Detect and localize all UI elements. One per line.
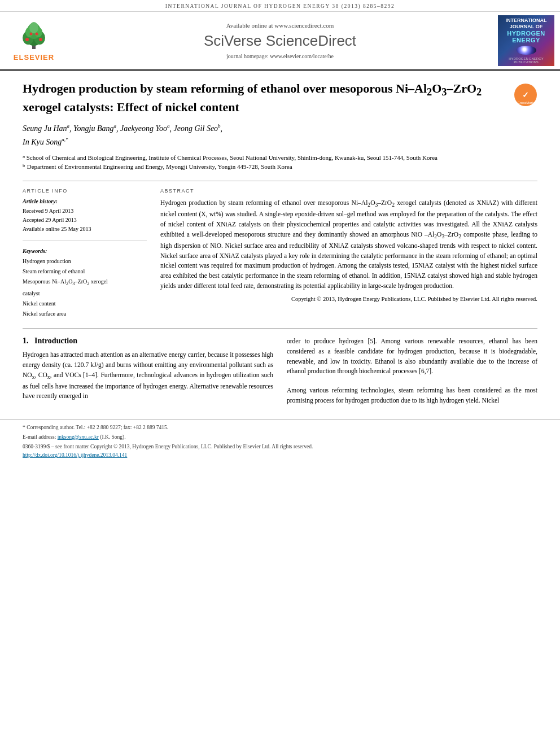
email-label: E-mail address: bbox=[23, 434, 56, 440]
author-5: In Kyu Songa,* bbox=[23, 138, 68, 146]
cover-bottom-text: HYDROGEN ENERGY PUBLICATIONS bbox=[500, 57, 552, 64]
main-content: Hydrogen production by steam reforming o… bbox=[0, 71, 560, 406]
cover-title: International Journal of bbox=[500, 18, 552, 30]
abstract-copyright: Copyright © 2013, Hydrogen Energy Public… bbox=[160, 295, 537, 304]
svg-point-10 bbox=[29, 33, 32, 36]
available-online-date: Available online 25 May 2013 bbox=[23, 225, 147, 234]
received-date: Received 9 April 2013 bbox=[23, 207, 147, 216]
body-divider bbox=[23, 328, 537, 329]
article-history: Received 9 April 2013 Accepted 29 April … bbox=[23, 207, 147, 241]
email-person: (I.K. Song). bbox=[100, 434, 125, 440]
article-info-abstract: Article Info Article history: Received 9… bbox=[23, 181, 537, 319]
svg-point-8 bbox=[25, 38, 29, 41]
section1-title: Introduction bbox=[34, 337, 77, 345]
section1-heading: 1. Introduction bbox=[23, 337, 273, 346]
footer-copyright-text: 0360-3199/$ – see front matter Copyright… bbox=[23, 444, 313, 449]
journal-cover: International Journal of HYDROGENENERGY … bbox=[498, 15, 554, 66]
elsevier-logo: ELSEVIER bbox=[14, 20, 54, 62]
author-1: Seung Ju Hana bbox=[23, 124, 69, 133]
keyword-5: Nickel surface area bbox=[23, 309, 147, 319]
footer: * Corresponding author. Tel.: +82 2 880 … bbox=[0, 420, 560, 466]
abstract-text: Hydrogen production by steam reforming o… bbox=[160, 198, 537, 304]
cover-circle-graphic bbox=[517, 46, 536, 55]
article-info-column: Article Info Article history: Received 9… bbox=[23, 188, 147, 319]
svg-point-7 bbox=[29, 22, 38, 33]
keywords-list: Hydrogen production Steam reforming of e… bbox=[23, 256, 147, 319]
sciencedirect-logo: SciVerse ScienceDirect bbox=[204, 32, 356, 50]
body-col-right: order to produce hydrogen [5]. Among var… bbox=[287, 337, 537, 406]
svg-text:✓: ✓ bbox=[522, 90, 529, 99]
banner-center: Available online at www.sciencedirect.co… bbox=[68, 12, 492, 69]
authors: Seung Ju Hana, Yongju Banga, Jaekyeong Y… bbox=[23, 123, 537, 148]
banner: ELSEVIER Available online at www.science… bbox=[0, 12, 560, 71]
corresponding-author-text: * Corresponding author. Tel.: +82 2 880 … bbox=[23, 425, 168, 430]
svg-point-9 bbox=[39, 38, 42, 41]
body-col-left: 1. Introduction Hydrogen has attracted m… bbox=[23, 337, 273, 406]
section1-col1-text: Hydrogen has attracted much attention as… bbox=[23, 350, 273, 401]
email-address[interactable]: inksong@snu.ac.kr bbox=[58, 434, 99, 440]
journal-header-text: International Journal of Hydrogen Energy… bbox=[165, 3, 395, 9]
article-history-label: Article history: bbox=[23, 198, 147, 204]
affiliation-a: ᵃ School of Chemical and Biological Engi… bbox=[23, 153, 537, 163]
svg-point-11 bbox=[35, 33, 38, 36]
abstract-column: Abstract Hydrogen production by steam re… bbox=[160, 188, 537, 319]
cover-hydrogen: HYDROGENENERGY bbox=[507, 30, 545, 43]
keyword-1: Hydrogen production bbox=[23, 256, 147, 267]
section1-col2-text2: Among various reforming technologies, st… bbox=[287, 386, 537, 406]
journal-homepage: journal homepage: www.elsevier.com/locat… bbox=[226, 53, 334, 59]
svg-text:CrossMark: CrossMark bbox=[517, 101, 534, 104]
elsevier-text: ELSEVIER bbox=[14, 53, 54, 62]
email-note: E-mail address: inksong@snu.ac.kr (I.K. … bbox=[23, 433, 537, 442]
keyword-4: Nickel content bbox=[23, 299, 147, 309]
elsevier-logo-area: ELSEVIER bbox=[0, 12, 68, 69]
article-title-section: Hydrogen production by steam reforming o… bbox=[23, 81, 537, 116]
section1-number: 1. bbox=[23, 337, 29, 345]
journal-cover-area: International Journal of HYDROGENENERGY … bbox=[492, 12, 560, 69]
doi-link[interactable]: http://dx.doi.org/10.1016/j.ijhydene.201… bbox=[23, 452, 127, 458]
author-3: Jaekyeong Yooa bbox=[120, 124, 170, 133]
affiliation-b: ᵇ Department of Environmental Engineerin… bbox=[23, 162, 537, 172]
footer-copyright: 0360-3199/$ – see front matter Copyright… bbox=[23, 443, 537, 451]
author-4: Jeong Gil Seob bbox=[174, 124, 221, 133]
corresponding-author-note: * Corresponding author. Tel.: +82 2 880 … bbox=[23, 423, 537, 432]
author-2: Yongju Banga bbox=[73, 124, 116, 133]
article-info-section-label: Article Info bbox=[23, 188, 147, 194]
article-title: Hydrogen production by steam reforming o… bbox=[23, 81, 505, 116]
abstract-section-label: Abstract bbox=[160, 188, 537, 194]
keyword-3: Mesoporous Ni–Al2O3–ZrO2 xerogelcatalyst bbox=[23, 277, 147, 299]
accepted-date: Accepted 29 April 2013 bbox=[23, 216, 147, 225]
available-online-text: Available online at www.sciencedirect.co… bbox=[226, 22, 334, 29]
doi-line: http://dx.doi.org/10.1016/j.ijhydene.201… bbox=[23, 451, 537, 460]
crossmark-area: ✓ CrossMark bbox=[514, 83, 537, 109]
affiliations: ᵃ School of Chemical and Biological Engi… bbox=[23, 153, 537, 172]
journal-header: International Journal of Hydrogen Energy… bbox=[0, 0, 560, 12]
keyword-2: Steam reforming of ethanol bbox=[23, 267, 147, 277]
keywords-label: Keywords: bbox=[23, 248, 147, 254]
body-columns: 1. Introduction Hydrogen has attracted m… bbox=[23, 337, 537, 406]
section1-col2-text: order to produce hydrogen [5]. Among var… bbox=[287, 337, 537, 377]
